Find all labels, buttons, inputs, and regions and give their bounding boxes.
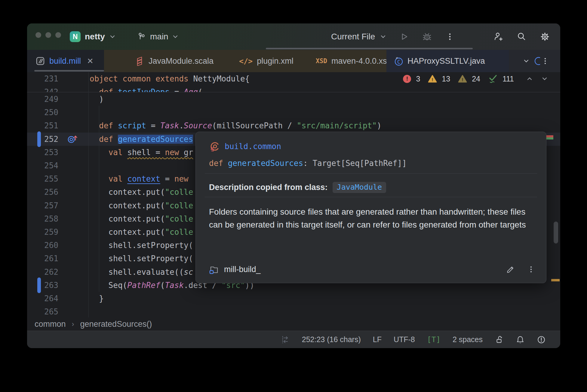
tab-javamodule-scala[interactable]: JavaModule.scala xyxy=(135,50,214,72)
gutter[interactable]: 231 xyxy=(27,72,89,85)
passed-count: 111 xyxy=(502,75,514,83)
ok-stripe-mark[interactable] xyxy=(545,137,553,139)
gutter[interactable]: 257 xyxy=(27,199,89,212)
popup-symbol-name: build.common xyxy=(225,142,281,151)
warning-icon: ! xyxy=(428,75,437,83)
gutter[interactable]: 253 xyxy=(27,146,89,159)
gutter[interactable]: 256 xyxy=(27,185,89,199)
javamodule-class-link[interactable]: JavaModule xyxy=(333,182,386,193)
tab-build-mill[interactable]: build.mill ✕ xyxy=(27,50,104,72)
run-configuration-selector[interactable]: Current File xyxy=(331,32,386,41)
run-button[interactable] xyxy=(399,32,409,42)
chevron-down-icon xyxy=(109,33,116,40)
tab-haproxy-java[interactable]: C HAProxySSLTLV.java xyxy=(386,50,509,72)
warning-count: 13 xyxy=(442,75,450,83)
tab-maven-xsd[interactable]: XSD maven-4.0.0.xsd xyxy=(316,50,392,72)
gutter[interactable]: 261 xyxy=(27,252,89,265)
gutter[interactable]: 259 xyxy=(27,225,89,239)
breadcrumb-item-method[interactable]: generatedSources() xyxy=(80,320,152,329)
next-problem-chevron-icon[interactable] xyxy=(541,75,548,82)
warning-stripe-mark[interactable] xyxy=(551,279,560,281)
line-number: 265 xyxy=(44,307,58,316)
vcs-branch-widget[interactable]: main xyxy=(137,23,179,50)
tab-plugin-xml[interactable]: </> plugin.xml xyxy=(239,50,294,72)
zoom-window-button[interactable] xyxy=(55,32,61,38)
module-name: mill-build_ xyxy=(224,265,261,274)
change-marker[interactable] xyxy=(37,131,41,147)
gutter[interactable]: 264 xyxy=(27,292,89,305)
code-text: val context = new xyxy=(89,174,193,183)
previous-problem-chevron-icon[interactable] xyxy=(526,75,533,82)
line-number: 253 xyxy=(44,148,58,157)
unlocked-icon[interactable] xyxy=(495,335,504,345)
vertical-scrollbar-thumb[interactable] xyxy=(554,222,558,243)
tab-options-kebab-icon[interactable] xyxy=(541,57,549,65)
gutter[interactable]: 242 xyxy=(27,85,89,92)
close-window-button[interactable] xyxy=(35,32,41,38)
sticky-lines-panel: 231object common extends NettyModule{242… xyxy=(27,72,560,92)
gutter[interactable]: 260 xyxy=(27,239,89,252)
settings-button[interactable] xyxy=(540,32,550,42)
gutter[interactable]: 262 xyxy=(27,265,89,278)
inspections-status-icon[interactable] xyxy=(537,335,546,345)
inspections-widget[interactable]: ! 3 ! 13 ! 24 111 xyxy=(403,72,548,85)
gutter[interactable]: 263 xyxy=(27,279,89,292)
gutter[interactable]: 258 xyxy=(27,212,89,225)
search-icon xyxy=(516,32,527,42)
code-text: shell.setProperty( xyxy=(89,241,193,250)
run-configuration-label: Current File xyxy=(331,32,375,41)
gutter[interactable]: 250 xyxy=(27,106,89,119)
indent-widget[interactable]: 2 spaces xyxy=(453,335,483,344)
line-number: 242 xyxy=(44,87,58,92)
caret-position-widget[interactable]: 252:23 (16 chars) xyxy=(302,335,361,344)
gutter[interactable]: 255 xyxy=(27,172,89,185)
code-line-250[interactable]: 250 xyxy=(27,106,560,119)
change-marker[interactable] xyxy=(37,277,41,293)
type-hints-badge[interactable]: [T] xyxy=(427,335,441,344)
code-line-249[interactable]: 249 ) xyxy=(27,93,560,106)
notifications-bell-icon[interactable] xyxy=(516,335,525,345)
code-text: def generatedSources xyxy=(89,135,193,144)
gutter[interactable]: 254 xyxy=(27,159,89,172)
java-class-icon: C xyxy=(394,56,403,66)
chevron-down-icon xyxy=(380,33,386,40)
code-line-251[interactable]: 251 def script = Task.Source(millSourceP… xyxy=(27,119,560,132)
project-name: netty xyxy=(85,32,105,41)
overrides-method-icon[interactable] xyxy=(67,134,79,145)
code-with-me-button[interactable] xyxy=(493,32,503,42)
tab-label: JavaModule.scala xyxy=(149,57,214,66)
line-number: 262 xyxy=(44,268,58,277)
tab-label: build.mill xyxy=(49,57,81,66)
edit-pencil-icon[interactable] xyxy=(506,265,515,274)
popup-kebab-icon[interactable] xyxy=(527,265,535,274)
popup-footer: mill-build_ xyxy=(209,262,535,277)
gutter[interactable]: 249 xyxy=(27,93,89,106)
chevron-down-icon xyxy=(172,33,179,40)
xml-file-icon: </> xyxy=(239,57,253,66)
breadcrumb-item-common[interactable]: common xyxy=(35,320,66,329)
close-tab-icon[interactable]: ✕ xyxy=(87,57,94,66)
more-run-actions-button[interactable] xyxy=(445,32,455,42)
gutter[interactable]: 251 xyxy=(27,119,89,132)
error-stripe-mark[interactable] xyxy=(545,135,553,137)
popup-symbol-link[interactable]: build.common xyxy=(209,140,281,152)
code-text: context.put("colle xyxy=(89,214,193,223)
gutter[interactable]: 265 xyxy=(27,305,89,317)
line-ending-widget[interactable]: LF xyxy=(373,335,382,344)
debug-button[interactable] xyxy=(422,32,432,42)
code-line-264[interactable]: 264 } xyxy=(27,292,560,305)
minimize-window-button[interactable] xyxy=(45,32,51,38)
code-line-265[interactable]: 265 xyxy=(27,305,560,317)
ide-window: N netty main Current File xyxy=(27,23,560,348)
code-line-242[interactable]: 242 def testIvyDeps = Agg( xyxy=(27,85,560,92)
project-widget[interactable]: N netty xyxy=(70,23,116,50)
gear-icon xyxy=(540,32,550,42)
encoding-widget[interactable]: UTF-8 xyxy=(394,335,415,344)
line-number: 263 xyxy=(44,281,58,290)
search-everywhere-button[interactable] xyxy=(516,32,527,42)
tab-list-chevron-icon[interactable] xyxy=(523,58,530,64)
active-tab-underline xyxy=(34,70,104,72)
tabbar-scrollbar-thumb[interactable] xyxy=(266,48,473,49)
gutter[interactable]: 252 xyxy=(27,133,89,146)
soft-wrap-icon[interactable] xyxy=(281,335,290,345)
